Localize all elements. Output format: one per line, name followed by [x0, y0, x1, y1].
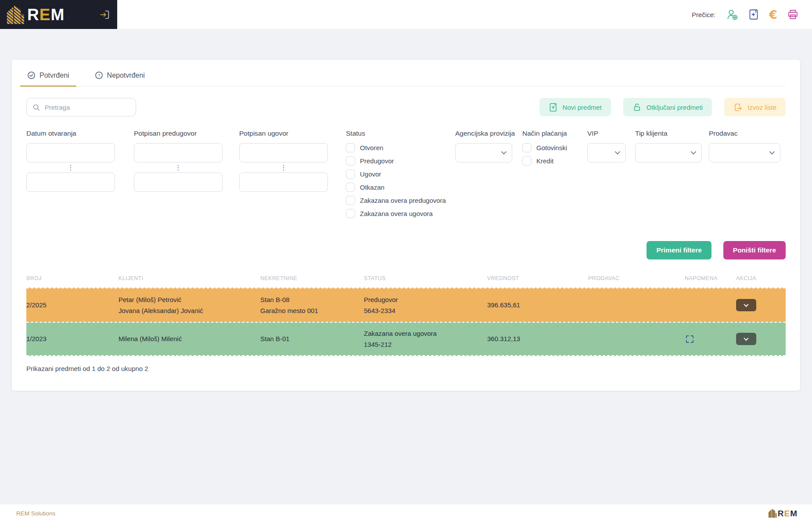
chevron-down-icon	[691, 149, 697, 155]
cell-klijenti: Milena (Miloš) Milenić	[119, 333, 260, 345]
filter-label: Prodavac	[709, 130, 780, 137]
app-footer: REM Solutions REM	[0, 504, 812, 522]
search-box	[26, 98, 136, 116]
agencijska-provizija-select[interactable]	[455, 143, 512, 162]
column-header-napomena: NAPOMENA	[685, 275, 736, 281]
filter-potpisan-predugovor: Potpisan predugovor ⋮	[134, 130, 223, 192]
cell-akcija	[736, 333, 786, 345]
range-separator: ⋮	[26, 165, 115, 171]
cell-vrednost: 360.312,13	[487, 333, 588, 345]
chevron-down-icon	[769, 149, 775, 155]
range-separator: ⋮	[239, 165, 328, 171]
cell-status: Zakazana overa ugovora 1345-212	[364, 328, 487, 350]
tab-label: Potvrđeni	[40, 72, 69, 79]
chevron-down-icon	[744, 336, 748, 341]
logout-icon[interactable]	[99, 9, 110, 20]
payment-option-kredit[interactable]: Kredit	[522, 156, 567, 166]
tabs: Potvrđeni ? Nepotvrđeni	[26, 60, 786, 86]
checkbox[interactable]	[346, 183, 355, 192]
table-row[interactable]: 1/2023 Milena (Miloš) Milenić Stan B-01 …	[26, 322, 786, 356]
checkbox[interactable]	[346, 143, 355, 152]
potpisan-ugovor-to-input[interactable]	[239, 173, 328, 192]
ponisti-filtere-button[interactable]: Poništi filtere	[723, 241, 786, 259]
chevron-down-icon	[501, 149, 507, 155]
footer-company: REM Solutions	[16, 510, 55, 517]
app-header: REM Prečice: €	[0, 0, 812, 29]
checkbox[interactable]	[522, 143, 532, 152]
unlock-icon	[632, 103, 642, 112]
filter-label: Način plaćanja	[522, 130, 567, 137]
datum-otvaranja-to-input[interactable]	[26, 173, 115, 192]
chevron-down-icon	[744, 302, 748, 307]
prodavac-select[interactable]	[709, 143, 780, 162]
status-option-zakazana-overa-predugovora[interactable]: Zakazana overa predugovora	[346, 196, 446, 205]
column-header-vrednost: VREDNOST	[487, 275, 588, 281]
svg-text:?: ?	[97, 73, 100, 78]
chevron-down-icon	[615, 149, 621, 155]
cell-broj: 2/2025	[26, 299, 119, 311]
status-option-predugovor[interactable]: Predugovor	[346, 156, 446, 166]
checkbox[interactable]	[346, 209, 355, 218]
filter-datum-otvaranja: Datum otvaranja ⋮	[26, 130, 115, 192]
tip-klijenta-select[interactable]	[635, 143, 702, 162]
column-header-status: STATUS	[364, 275, 487, 281]
cell-napomena	[685, 334, 736, 344]
potpisan-predugovor-from-input[interactable]	[134, 143, 223, 162]
column-header-prodavac: PRODAVAC	[588, 275, 685, 281]
tab-potvrdjeni[interactable]: Potvrđeni	[26, 71, 70, 86]
cell-akcija	[736, 299, 786, 311]
row-expand-button[interactable]	[736, 333, 756, 345]
vip-select[interactable]	[587, 143, 626, 162]
question-circle-icon: ?	[95, 71, 103, 79]
datum-otvaranja-from-input[interactable]	[26, 143, 115, 162]
status-option-otkazan[interactable]: Otkazan	[346, 183, 446, 192]
novi-predmet-button[interactable]: Novi predmet	[539, 98, 611, 116]
checkbox[interactable]	[346, 156, 355, 166]
check-circle-icon	[27, 71, 36, 79]
status-option-ugovor[interactable]: Ugovor	[346, 169, 446, 179]
export-icon	[733, 103, 743, 112]
potpisan-ugovor-from-input[interactable]	[239, 143, 328, 162]
search-icon	[32, 103, 40, 112]
toolbar: Novi predmet Otključani predmeti Izvoz l…	[26, 98, 786, 116]
filter-potpisan-ugovor: Potpisan ugovor ⋮	[239, 130, 328, 192]
filter-label: Tip klijenta	[635, 130, 702, 137]
range-separator: ⋮	[134, 165, 223, 171]
tab-nepotvrdjeni[interactable]: ? Nepotvrđeni	[94, 71, 146, 86]
filter-label: Potpisan predugovor	[134, 130, 223, 137]
table-header: BROJ KLIJENTI NEKRETNINE STATUS VREDNOST…	[26, 275, 786, 288]
logo-container: REM	[0, 0, 117, 29]
column-header-nekretnine: NEKRETNINE	[260, 275, 364, 281]
checkbox[interactable]	[346, 196, 355, 205]
cell-vrednost: 396.635,61	[487, 299, 588, 311]
cell-broj: 1/2023	[26, 333, 119, 345]
print-icon[interactable]	[787, 9, 799, 20]
napomena-expand-icon[interactable]	[685, 334, 695, 344]
header-shortcuts: Prečice: €	[117, 0, 812, 29]
document-plus-icon	[549, 102, 558, 112]
search-input[interactable]	[44, 103, 130, 112]
add-client-icon[interactable]	[726, 8, 738, 21]
table-row[interactable]: 2/2025 Petar (Miloš) Petrović Jovana (Al…	[26, 288, 786, 322]
status-option-otvoren[interactable]: Otvoren	[346, 143, 446, 152]
filters-panel: Datum otvaranja ⋮ Potpisan predugovor ⋮ …	[26, 130, 786, 226]
building-logo-icon	[768, 508, 777, 518]
cell-nekretnine: Stan B-01	[260, 333, 364, 345]
checkbox[interactable]	[346, 169, 355, 179]
payment-option-gotovinski[interactable]: Gotovinski	[522, 143, 567, 152]
otkljucani-predmeti-button[interactable]: Otključani predmeti	[623, 98, 712, 116]
izvoz-liste-button[interactable]: Izvoz liste	[724, 98, 786, 116]
potpisan-predugovor-to-input[interactable]	[134, 173, 223, 192]
rem-logo-text: REM	[27, 7, 65, 23]
row-expand-button[interactable]	[736, 299, 756, 311]
new-case-icon[interactable]	[748, 8, 759, 21]
column-header-klijenti: KLIJENTI	[119, 275, 260, 281]
filter-actions: Primeni filtere Poništi filtere	[26, 241, 786, 259]
primeni-filtere-button[interactable]: Primeni filtere	[647, 241, 711, 259]
filter-nacin-placanja: Način plaćanja Gotovinski Kredit	[522, 130, 567, 169]
cell-status: Predugovor 5643-2334	[364, 294, 487, 317]
filter-label: Potpisan ugovor	[239, 130, 328, 137]
euro-icon[interactable]: €	[769, 9, 777, 21]
checkbox[interactable]	[522, 156, 532, 166]
status-option-zakazana-overa-ugovora[interactable]: Zakazana overa ugovora	[346, 209, 446, 218]
